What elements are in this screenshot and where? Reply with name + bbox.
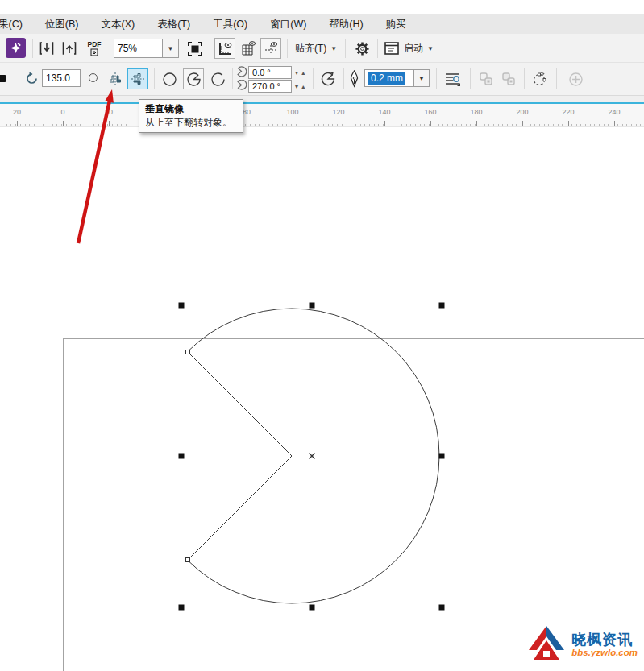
ruler-minor-tick bbox=[337, 124, 338, 126]
menu-table[interactable]: 表格(T) bbox=[146, 18, 202, 31]
ruler-minor-tick bbox=[61, 124, 62, 126]
ruler-minor-tick bbox=[397, 124, 397, 126]
ruler-minor-tick bbox=[29, 124, 30, 126]
mirror-vertical-button[interactable] bbox=[127, 68, 148, 89]
launch-label: 启动 bbox=[404, 42, 423, 56]
change-direction-icon bbox=[320, 71, 336, 87]
ruler-minor-tick bbox=[461, 124, 462, 126]
ruler-minor-tick bbox=[328, 124, 329, 126]
start-angle-spinner[interactable]: ▾ ▴ bbox=[295, 69, 305, 77]
rotation-angle-value: 135.0 bbox=[46, 72, 70, 84]
pie-mode-button[interactable] bbox=[183, 68, 204, 89]
ruler-minor-tick bbox=[25, 124, 26, 126]
ruler-label: 0 bbox=[60, 108, 64, 116]
ruler-minor-tick bbox=[617, 124, 618, 126]
end-angle-spinner[interactable]: ▾ ▴ bbox=[295, 83, 305, 90]
ruler-minor-tick bbox=[39, 124, 39, 126]
ruler-major-tick bbox=[614, 121, 615, 126]
menu-effects[interactable]: 果(C) bbox=[0, 18, 34, 31]
order-to-front-button-disabled[interactable] bbox=[476, 69, 496, 89]
zoom-dropdown-arrow[interactable]: ▼ bbox=[162, 39, 179, 58]
import-button[interactable] bbox=[37, 39, 56, 58]
ruler-minor-tick bbox=[594, 124, 595, 126]
show-grid-toggle[interactable] bbox=[238, 38, 259, 59]
document-tab-accent-line bbox=[0, 96, 644, 104]
ruler-minor-tick bbox=[360, 124, 361, 126]
ruler-minor-tick bbox=[576, 124, 577, 126]
ruler-minor-tick bbox=[2, 124, 2, 126]
ruler-minor-tick bbox=[347, 124, 347, 126]
ruler-minor-tick bbox=[442, 124, 443, 126]
coreldraw-window: 果(C) 位图(B) 文本(X) 表格(T) 工具(O) 窗口(W) 帮助(H)… bbox=[0, 0, 644, 671]
show-guidelines-toggle[interactable] bbox=[260, 38, 281, 59]
menu-buy[interactable]: 购买 bbox=[375, 18, 418, 31]
drawing-workspace[interactable] bbox=[0, 127, 644, 671]
rotation-angle-input[interactable]: 135.0 bbox=[42, 69, 81, 87]
options-button[interactable] bbox=[351, 38, 372, 59]
ruler-minor-tick bbox=[323, 124, 324, 126]
menu-window[interactable]: 窗口(W) bbox=[259, 18, 318, 31]
rotation-tool-icon-button[interactable] bbox=[23, 69, 40, 87]
horizontal-ruler[interactable]: 20020406080100120140160180200220240 bbox=[0, 104, 644, 127]
text-wrap-button[interactable] bbox=[441, 68, 463, 89]
ruler-minor-tick bbox=[89, 124, 89, 126]
guidelines-icon bbox=[264, 41, 279, 56]
arc-mode-button[interactable] bbox=[207, 68, 228, 89]
export-button[interactable] bbox=[60, 39, 79, 58]
ruler-minor-tick bbox=[259, 124, 260, 126]
start-angle-input[interactable]: 0.0 ° bbox=[248, 66, 292, 79]
menu-bitmap[interactable]: 位图(B) bbox=[34, 18, 90, 31]
menu-help[interactable]: 帮助(H) bbox=[318, 18, 374, 31]
ruler-label: 220 bbox=[562, 108, 574, 116]
outline-width-dropdown-arrow[interactable]: ▼ bbox=[413, 69, 430, 87]
ruler-minor-tick bbox=[291, 124, 292, 126]
snap-to-dropdown[interactable]: 贴齐(T) ▼ bbox=[292, 39, 340, 58]
ruler-minor-tick bbox=[314, 124, 315, 126]
ruler-minor-tick bbox=[401, 124, 402, 126]
menu-bar: 果(C) 位图(B) 文本(X) 表格(T) 工具(O) 窗口(W) 帮助(H)… bbox=[0, 14, 644, 34]
mirror-horizontal-button[interactable] bbox=[106, 69, 125, 89]
menu-tools[interactable]: 工具(O) bbox=[202, 18, 259, 31]
ruler-minor-tick bbox=[580, 124, 581, 126]
ruler-minor-tick bbox=[351, 124, 351, 126]
ruler-minor-tick bbox=[424, 124, 425, 126]
ruler-minor-tick bbox=[383, 124, 384, 126]
ruler-major-tick bbox=[430, 121, 431, 126]
ruler-minor-tick bbox=[332, 124, 333, 126]
show-rulers-toggle[interactable] bbox=[214, 38, 235, 59]
ruler-minor-tick bbox=[434, 124, 434, 126]
convert-to-curves-button[interactable] bbox=[529, 68, 550, 89]
ruler-minor-tick bbox=[626, 124, 627, 126]
ruler-minor-tick bbox=[364, 124, 365, 126]
zoom-level-combobox[interactable]: 75% bbox=[114, 39, 163, 58]
rotate-icon bbox=[25, 72, 39, 85]
ellipse-mode-button[interactable] bbox=[159, 68, 180, 89]
property-bar: 135.0 bbox=[0, 63, 644, 96]
ruler-minor-tick bbox=[507, 124, 508, 126]
app-launcher-button[interactable] bbox=[6, 38, 26, 58]
launch-caret-icon: ▼ bbox=[427, 45, 434, 52]
end-angle-value: 270.0 ° bbox=[252, 81, 280, 91]
ruler-minor-tick bbox=[374, 124, 375, 126]
watermark-title: 晓枫资讯 bbox=[571, 632, 638, 648]
ruler-label: 160 bbox=[424, 108, 436, 116]
launch-dropdown[interactable]: 启动 ▼ bbox=[384, 39, 453, 58]
position-size-button-disabled[interactable] bbox=[566, 69, 585, 89]
outline-width-combobox[interactable]: 0.2 mm bbox=[364, 69, 414, 87]
end-angle-input[interactable]: 270.0 ° bbox=[248, 80, 292, 93]
change-direction-button[interactable] bbox=[318, 68, 339, 89]
ruler-minor-tick bbox=[56, 124, 57, 126]
ruler-label: 20 bbox=[105, 108, 113, 116]
publish-pdf-button[interactable]: PDF bbox=[82, 37, 106, 60]
fullscreen-preview-button[interactable] bbox=[185, 39, 205, 59]
export-icon bbox=[62, 41, 77, 56]
ruler-minor-tick bbox=[604, 124, 605, 126]
ruler-minor-tick bbox=[6, 124, 7, 126]
ruler-minor-tick bbox=[43, 124, 44, 126]
order-to-back-button-disabled[interactable] bbox=[499, 69, 518, 89]
ruler-minor-tick bbox=[530, 124, 531, 126]
pie-icon bbox=[186, 72, 202, 87]
ruler-label: 120 bbox=[332, 108, 344, 116]
ruler-minor-tick bbox=[429, 124, 430, 126]
menu-text[interactable]: 文本(X) bbox=[90, 18, 147, 31]
